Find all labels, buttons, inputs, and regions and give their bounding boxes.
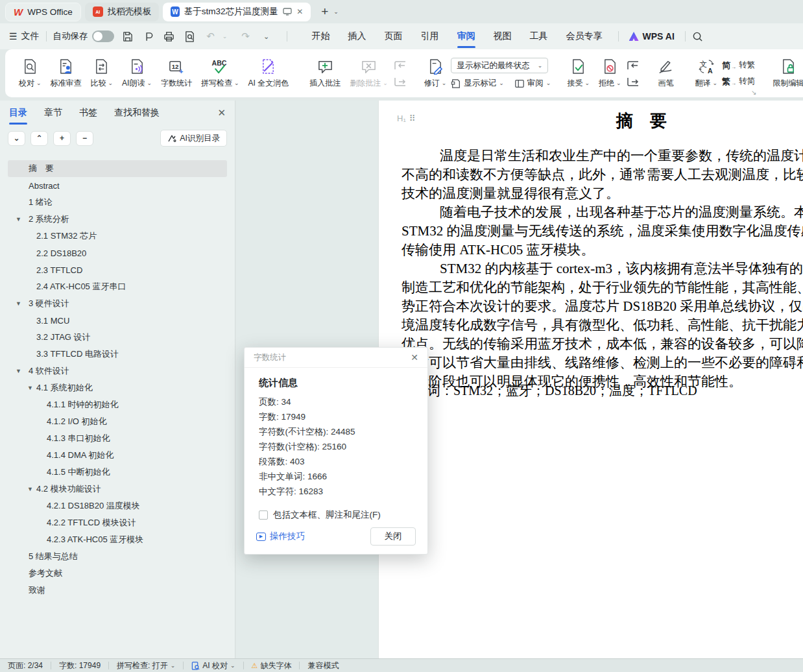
compare-button[interactable]: 比较⌄ [86,55,118,92]
tab-bookmarks[interactable]: 书签 [79,101,97,125]
next-change-icon[interactable] [627,77,640,87]
new-tab-button[interactable]: + [321,5,328,19]
export-pdf-icon[interactable] [143,30,154,42]
track-changes-button[interactable]: 修订⌄ [420,55,451,92]
translate-button[interactable]: 文A 翻译⌄ [690,55,722,92]
toc-item[interactable]: ▼4.2 模块功能设计 [8,481,227,498]
toc-item[interactable]: 2.2 DS18B20 [8,245,227,261]
accept-change-button[interactable]: 接受⌄ [562,55,594,92]
screen-share-icon[interactable] [283,8,292,16]
menu-item-1[interactable]: 插入 [339,25,376,47]
reject-change-button[interactable]: 拒绝⌄ [594,55,626,92]
markup-state-dropdown[interactable]: 显示标记的最终状态 ⌄ [451,58,548,73]
word-count-indicator[interactable]: 字数: 17949 [59,660,101,671]
print-icon[interactable] [163,30,175,42]
collapse-up-button[interactable]: ⌃ [30,131,48,146]
toc-item[interactable]: 摘 要 [8,160,227,177]
menu-item-0[interactable]: 开始 [303,25,339,47]
tab-list-chevron-icon[interactable]: ⌄ [333,9,339,15]
toc-item[interactable]: 致谢 [8,582,227,599]
ai-polish-button[interactable]: AI 全文润色 [244,55,294,92]
toc-item[interactable]: 4.1.1 时钟的初始化 [8,396,227,413]
show-markup-button[interactable]: 显示标记⌄ [451,78,504,89]
document-page[interactable]: H₁ ⠿ 摘 要 温度是日常生活和农业生产中的一个重要参数，传统的温度计有反应缓… [378,101,803,658]
toc-item[interactable]: 4.1.3 串口初始化 [8,430,227,447]
collapse-arrow-icon[interactable]: ▼ [16,368,21,374]
group-expand-icon[interactable]: ↘ [751,89,756,96]
toc-item[interactable]: Abstract [8,177,227,194]
collapse-all-button[interactable]: − [76,131,93,146]
autosave-toggle[interactable] [92,30,114,42]
save-icon[interactable] [122,30,134,42]
checkbox[interactable] [259,510,268,520]
toc-item[interactable]: 4.1.4 DMA 初始化 [8,447,227,464]
toc-item[interactable]: 2.3 TFTLCD [8,261,227,278]
toc-item[interactable]: ▼3 硬件设计 [8,295,227,312]
to-traditional-button[interactable]: 简 → 转繁 [722,60,755,71]
toc-item[interactable]: 4.1.5 中断初始化 [8,464,227,481]
ai-proof-indicator[interactable]: AI 校对 ⌄ [191,660,235,671]
page-indicator[interactable]: 页面: 2/34 [8,660,43,671]
tab-toc[interactable]: 目录 [9,101,27,125]
menu-item-7[interactable]: 会员专享 [557,25,612,47]
tab-document[interactable]: W 基于stm32芯片温度测量系统 ✕ [163,3,311,21]
file-menu-button[interactable]: ☰ 文件 [9,30,40,42]
menu-item-2[interactable]: 页面 [376,25,412,47]
tab-find-replace[interactable]: 查找和替换 [114,101,160,125]
collapse-arrow-icon[interactable]: ▼ [27,486,33,492]
toc-item[interactable]: 1 绪论 [8,194,227,211]
compat-mode-indicator[interactable]: 兼容模式 [307,660,339,671]
menu-item-3[interactable]: 引用 [412,25,448,47]
missing-font-warning[interactable]: ⚠ 缺失字体 [252,660,292,671]
review-pane-button[interactable]: 审阅⌄ [514,78,551,89]
insert-comment-button[interactable]: 插入批注 [305,55,345,92]
dialog-titlebar[interactable]: 字数统计 ✕ [245,348,427,368]
tab-wps-office[interactable]: W WPS Office [5,3,81,21]
to-simplified-button[interactable]: 繁 → 转简 [722,76,755,88]
proofing-button[interactable]: 校对⌄ [14,55,46,92]
close-sidebar-icon[interactable]: ✕ [217,107,226,119]
tips-link[interactable]: ▶ 操作技巧 [256,531,305,542]
toc-item[interactable]: ▼4.1 系统初始化 [8,379,227,396]
ai-read-aloud-button[interactable]: AI朗读⌄ [117,55,156,92]
restrict-editing-button[interactable]: 限制编辑 [768,55,803,92]
menu-item-5[interactable]: 视图 [485,25,521,47]
toc-item[interactable]: 4.2.1 DS18B20 温度模块 [8,498,227,514]
tab-docer-templates[interactable]: AI 找稻壳模板 [85,3,160,21]
tab-chapters[interactable]: 章节 [44,101,62,125]
collapse-arrow-icon[interactable]: ▼ [16,300,21,307]
delete-comment-button[interactable]: 删除批注⌄ [345,55,392,92]
undo-chevron-icon[interactable]: ⌄ [219,30,231,42]
expand-all-button[interactable]: + [53,131,71,146]
collapse-arrow-icon[interactable]: ▼ [27,385,33,391]
standard-review-button[interactable]: 标准审查 [46,55,86,92]
expand-down-button[interactable]: ⌄ [8,131,25,146]
toc-item[interactable]: 4.2.2 TFTLCD 模块设计 [8,514,227,531]
spell-check-button[interactable]: ABC 拼写检查⌄ [197,55,244,92]
toc-item[interactable]: 3.2 JTAG 设计 [8,329,227,346]
toc-item[interactable]: 2.4 ATK-HC05 蓝牙串口 [8,278,227,295]
ink-brush-button[interactable]: 画笔 [653,55,678,92]
toc-item[interactable]: 5 结果与总结 [8,548,227,565]
print-preview-icon[interactable] [184,30,196,42]
close-tab-icon[interactable]: ✕ [296,7,303,16]
toc-item[interactable]: 3.3 TFTLCD 电路设计 [8,346,227,363]
word-count-button[interactable]: 12+ 字数统计 [156,55,197,92]
ai-recognize-toc-button[interactable]: AI识别目录 [160,130,227,147]
close-dialog-button[interactable]: 关闭 [370,527,416,546]
dialog-close-icon[interactable]: ✕ [411,352,418,363]
previous-comment-icon[interactable] [394,60,407,71]
toc-item[interactable]: 4.1.2 I/O 初始化 [8,413,227,430]
menu-item-4[interactable]: 审阅 [448,25,485,47]
menu-item-6[interactable]: 工具 [521,25,557,47]
wps-ai-button[interactable]: WPS AI [625,31,678,42]
previous-change-icon[interactable] [627,60,640,71]
toolbar-chevron-icon[interactable]: ⌄ [261,30,272,42]
collapse-arrow-icon[interactable]: ▼ [16,216,21,222]
toc-item[interactable]: ▼4 软件设计 [8,363,227,379]
toc-item[interactable]: ▼2 系统分析 [8,211,227,228]
toc-item[interactable]: 参考文献 [8,565,227,582]
toc-item[interactable]: 4.2.3 ATK-HC05 蓝牙模块 [8,531,227,548]
search-icon[interactable] [692,30,704,42]
next-comment-icon[interactable] [394,77,407,87]
